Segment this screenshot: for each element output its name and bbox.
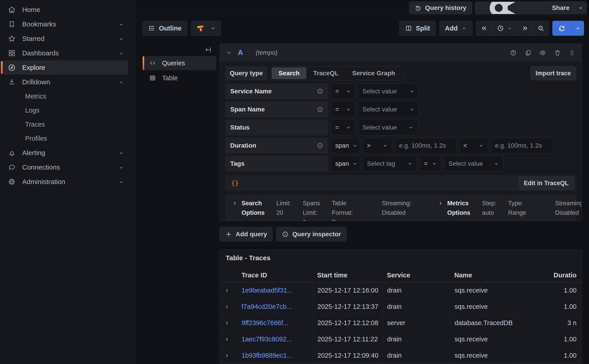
duration-max-input[interactable] <box>491 138 553 154</box>
sidebar-item-alerting[interactable]: Alerting <box>3 146 128 160</box>
chevron-down-icon <box>578 5 583 11</box>
status-operator-select[interactable]: = <box>331 120 355 136</box>
row-expander[interactable] <box>220 288 234 293</box>
rail-item-queries[interactable]: Queries <box>143 56 216 70</box>
duration-min-input[interactable] <box>395 138 456 154</box>
row-expander[interactable] <box>220 353 234 358</box>
share-dropdown-toggle[interactable] <box>575 2 587 14</box>
chevron-down-icon <box>575 25 581 31</box>
duration-min-operator-select[interactable]: > <box>363 138 392 154</box>
sidebar-item-starred[interactable]: Starred <box>3 32 128 46</box>
share-button-main[interactable]: Share <box>475 2 575 14</box>
service-name-label-box: Service Name <box>225 84 328 99</box>
query-ref-id[interactable]: A <box>238 49 243 57</box>
service-name-value-select[interactable]: Select value <box>358 84 419 99</box>
chevron-down-icon[interactable] <box>118 164 124 170</box>
search-options-title[interactable]: Search Options <box>241 199 265 218</box>
column-header-duration[interactable]: Duratio <box>517 272 582 279</box>
sidebar-item-metrics[interactable]: Metrics <box>3 89 128 103</box>
trace-id-link[interactable]: f7a94cd20e7cb... <box>241 303 292 310</box>
query-editor-body: Query type Search TraceQL Service Graph … <box>220 62 582 221</box>
edit-in-traceql-button[interactable]: Edit in TraceQL <box>519 176 574 190</box>
query-type-search[interactable]: Search <box>272 67 306 79</box>
trace-id-link[interactable]: 1e9beabad5f31... <box>241 287 293 294</box>
chevron-down-icon[interactable] <box>118 21 124 27</box>
info-icon[interactable] <box>317 88 323 95</box>
add-dropdown-button[interactable]: Add <box>439 21 472 36</box>
drag-handle-icon[interactable] <box>569 49 576 56</box>
span-name-operator-select[interactable]: = <box>331 102 355 117</box>
sidebar-item-drilldown[interactable]: Drilldown <box>3 75 128 89</box>
column-header-service[interactable]: Service <box>383 272 450 279</box>
tags-operator-select[interactable]: = <box>420 156 442 172</box>
metrics-options-chevron-icon[interactable] <box>438 201 443 206</box>
search-options-chevron-icon[interactable] <box>232 201 237 206</box>
tags-tag-select[interactable]: Select tag <box>363 156 417 172</box>
split-button[interactable]: Split <box>399 21 436 36</box>
row-expander[interactable] <box>220 320 234 326</box>
select-placeholder: Select value <box>448 160 483 167</box>
import-trace-button[interactable]: Import trace <box>530 66 576 80</box>
chevron-down-icon[interactable] <box>118 50 124 56</box>
tags-scope-select[interactable]: span <box>331 156 360 172</box>
info-icon[interactable] <box>317 143 323 149</box>
time-shift-back-button[interactable] <box>476 21 492 35</box>
service-name-operator-select[interactable]: = <box>331 84 355 99</box>
tags-value-select[interactable]: Select value <box>444 156 503 172</box>
span-name-value-select[interactable]: Select value <box>358 102 419 117</box>
duration-max-operator-select[interactable]: < <box>459 138 488 154</box>
outline-button[interactable]: Outline <box>142 21 187 36</box>
sidebar-item-explore[interactable]: Explore <box>3 60 128 75</box>
status-value-select[interactable]: Select value <box>358 120 418 136</box>
zoom-out-time-button[interactable] <box>533 21 549 35</box>
column-header-name[interactable]: Name <box>450 272 517 279</box>
chevron-down-icon[interactable] <box>118 36 124 42</box>
add-query-button[interactable]: Add query <box>220 227 273 241</box>
operator-value: = <box>335 88 339 95</box>
duration-scope-select[interactable]: span <box>331 138 360 154</box>
chevron-down-icon[interactable] <box>118 179 124 185</box>
query-inspector-label: Query inspector <box>292 231 341 238</box>
run-interval-dropdown[interactable] <box>571 21 584 36</box>
copy-icon[interactable] <box>524 49 531 56</box>
time-shift-forward-button[interactable] <box>517 21 533 35</box>
sidebar-item-bookmarks[interactable]: Bookmarks <box>3 17 128 31</box>
info-icon[interactable] <box>317 106 323 113</box>
column-header-trace-id[interactable]: Trace ID <box>234 272 313 279</box>
refresh-run-button[interactable] <box>552 21 571 36</box>
query-type-service-graph[interactable]: Service Graph <box>345 67 402 79</box>
collapse-query-chevron-icon[interactable] <box>226 50 232 56</box>
plus-icon <box>225 231 232 238</box>
datasource-picker[interactable] <box>191 21 221 36</box>
explore-toolbar: Outline Split Add <box>135 16 589 41</box>
sidebar-item-connections[interactable]: Connections <box>3 160 128 174</box>
trace-id-link[interactable]: 1aec7f93c8092... <box>241 336 292 343</box>
metrics-options-title[interactable]: Metrics Options <box>447 199 470 218</box>
trash-icon[interactable] <box>554 49 561 56</box>
row-expander[interactable] <box>220 304 234 310</box>
eye-icon[interactable] <box>539 49 546 56</box>
chevron-down-icon[interactable] <box>118 150 124 156</box>
collapse-rail-icon[interactable] <box>204 46 212 53</box>
trace-id-link[interactable]: 9ff2396c7666f... <box>241 319 288 326</box>
sidebar-item-traces[interactable]: Traces <box>3 117 128 131</box>
add-label: Add <box>445 25 458 32</box>
sidebar-item-profiles[interactable]: Profiles <box>3 131 128 145</box>
share-button[interactable]: Share <box>475 2 587 14</box>
query-type-traceql[interactable]: TraceQL <box>307 67 345 79</box>
rail-item-label: Queries <box>162 59 185 67</box>
row-expander[interactable] <box>220 336 234 342</box>
time-range-picker-button[interactable] <box>492 21 517 35</box>
sidebar-item-logs[interactable]: Logs <box>3 103 128 117</box>
help-icon[interactable] <box>510 49 517 56</box>
sidebar-item-home[interactable]: Home <box>3 2 128 17</box>
trace-id-link[interactable]: 1b93fb9889ec1... <box>241 352 292 359</box>
chevron-up-icon[interactable] <box>118 79 124 85</box>
rail-item-table[interactable]: Table <box>143 71 216 85</box>
query-history-button[interactable]: Query history <box>409 2 472 14</box>
name-cell: sqs.receive <box>455 336 488 343</box>
query-inspector-button[interactable]: Query inspector <box>276 227 347 241</box>
column-header-start-time[interactable]: Start time <box>313 272 383 279</box>
sidebar-item-administration[interactable]: Administration <box>3 175 128 189</box>
sidebar-item-dashboards[interactable]: Dashboards <box>3 46 128 60</box>
